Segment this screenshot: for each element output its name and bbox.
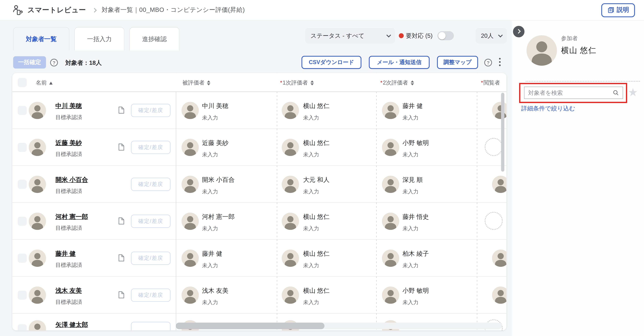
kebab-menu-icon[interactable]: [499, 58, 500, 68]
row-checkbox[interactable]: [18, 291, 27, 300]
evaluator-state: 未入力: [202, 262, 218, 269]
document-icon[interactable]: [118, 217, 124, 227]
evaluator-state: 未入力: [202, 188, 218, 195]
evaluator-name: 中川 美穂: [202, 102, 228, 110]
evaluator-state: 未入力: [402, 262, 418, 269]
toggle-knob: [438, 32, 446, 39]
tab-bulk-input[interactable]: 一括入力: [74, 27, 124, 50]
adjust-map-button[interactable]: 調整マップ: [437, 56, 478, 69]
breadcrumb-page-title: 対象者一覧｜00_MBO・コンピテンシー評価(昇給): [102, 6, 245, 14]
evaluator-name: 河村 憲一郎: [202, 213, 234, 221]
evaluator-avatar: [282, 139, 299, 156]
evaluator-name: 浅木 友美: [202, 287, 228, 295]
tab-progress-check[interactable]: 進捗確認: [130, 27, 180, 50]
confirm-return-button[interactable]: [131, 322, 170, 331]
smart-review-logo-icon: [12, 4, 24, 16]
attention-filter: 要対応 (5): [399, 28, 454, 43]
evaluator-avatar: [282, 213, 299, 230]
horizontal-scrollbar-thumb[interactable]: [176, 323, 324, 329]
evaluator-avatar: [382, 176, 399, 193]
document-icon[interactable]: [118, 106, 124, 116]
viewer-empty-placeholder: [484, 138, 502, 156]
bulk-confirm-button[interactable]: 一括確定: [13, 56, 46, 68]
document-icon[interactable]: [118, 291, 124, 301]
vertical-scrollbar[interactable]: [501, 93, 504, 172]
evaluator-avatar: [382, 139, 399, 156]
chevron-down-icon: [386, 33, 391, 37]
evaluator-state: 未入力: [303, 225, 319, 232]
evaluator-state: 未入力: [402, 188, 418, 195]
document-icon[interactable]: [118, 254, 124, 264]
column-divider: [176, 73, 176, 330]
horizontal-scrollbar-track[interactable]: [176, 323, 502, 329]
row-checkbox[interactable]: [18, 324, 27, 331]
column-header-second-evaluator[interactable]: *2次評価者: [380, 79, 414, 87]
evaluator-name: 小野 敏明: [402, 287, 429, 295]
person-avatar: [29, 213, 46, 230]
row-checkbox[interactable]: [18, 254, 27, 263]
table-row: 近藤 美紗目標承認済確定/差戻近藤 美紗未入力横山 悠仁未入力小野 敏明未入力: [12, 129, 506, 166]
row-checkbox[interactable]: [18, 106, 27, 115]
viewer-empty-placeholder: [484, 212, 502, 230]
evaluator-avatar: [382, 102, 399, 119]
person-name-link[interactable]: 中川 美穂: [56, 102, 82, 110]
tab-target-list[interactable]: 対象者一覧: [13, 27, 70, 50]
person-avatar: [29, 102, 46, 119]
chevron-down-icon: [498, 33, 503, 37]
document-icon[interactable]: [118, 143, 124, 153]
confirm-return-button[interactable]: 確定/差戻: [131, 215, 170, 228]
panel-collapse-button[interactable]: [513, 26, 524, 37]
evaluator-avatar: [182, 139, 199, 156]
person-name-link[interactable]: 開米 小百合: [56, 176, 88, 184]
annotation-red-rectangle: [519, 83, 627, 103]
confirm-return-button[interactable]: 確定/差戻: [131, 141, 170, 154]
evaluator-state: 未入力: [202, 225, 218, 232]
confirm-return-button[interactable]: 確定/差戻: [131, 178, 170, 191]
evaluator-name: 小野 敏明: [402, 139, 429, 147]
alert-dot-icon: [399, 33, 404, 38]
table-row: 浅木 友美目標承認済確定/差戻浅木 友美未入力横山 悠仁未入力小野 敏明未入力: [12, 277, 506, 314]
mail-notify-button[interactable]: メール・通知送信: [369, 56, 430, 69]
person-name-link[interactable]: 矢澤 健太郎: [56, 321, 88, 329]
help-icon[interactable]: ?: [484, 59, 492, 66]
table-header: 名前 被評価者 *1次評価者 *2次評価者 *閲覧者: [12, 73, 506, 92]
person-name-link[interactable]: 藤井 健: [56, 250, 76, 258]
person-avatar: [29, 139, 46, 156]
person-name-link[interactable]: 近藤 美紗: [56, 139, 82, 147]
row-checkbox[interactable]: [18, 143, 27, 152]
confirm-return-button[interactable]: 確定/差戻: [131, 104, 170, 117]
evaluator-avatar: [182, 250, 199, 267]
person-status: 目標承認済: [56, 261, 82, 269]
person-avatar: [29, 320, 46, 331]
column-header-evaluatee[interactable]: 被評価者: [182, 79, 210, 87]
tab-bar: 対象者一覧 一括入力 進捗確認: [13, 27, 180, 50]
evaluator-avatar: [282, 250, 299, 267]
csv-download-button[interactable]: CSVダウンロード: [302, 56, 362, 69]
person-name-link[interactable]: 河村 憲一郎: [56, 213, 88, 221]
person-name-link[interactable]: 浅木 友美: [56, 287, 82, 295]
advanced-filter-link[interactable]: 詳細条件で絞り込む: [521, 105, 575, 112]
person-avatar: [29, 287, 46, 304]
column-header-name[interactable]: 名前: [36, 79, 52, 87]
target-table-card: 名前 被評価者 *1次評価者 *2次評価者 *閲覧者 中川 美穂目標承認済確定/…: [12, 73, 506, 330]
column-header-viewer[interactable]: *閲覧者: [481, 79, 500, 87]
evaluator-name: 横山 悠仁: [303, 250, 330, 258]
person-avatar: [29, 176, 46, 193]
confirm-return-button[interactable]: 確定/差戻: [131, 289, 170, 302]
select-all-checkbox[interactable]: [18, 78, 27, 87]
row-checkbox[interactable]: [18, 217, 27, 226]
status-filter-dropdown[interactable]: ステータス - すべて: [305, 28, 395, 43]
confirm-return-button[interactable]: 確定/差戻: [131, 252, 170, 265]
evaluator-avatar: [382, 213, 399, 230]
column-divider: [376, 73, 376, 330]
favorite-star-icon[interactable]: ★: [628, 86, 638, 98]
help-icon[interactable]: ?: [50, 59, 58, 66]
evaluator-avatar: [182, 287, 199, 304]
column-header-first-evaluator[interactable]: *1次評価者: [280, 79, 314, 87]
evaluator-state: 未入力: [202, 299, 218, 306]
explain-button[interactable]: 説明: [601, 3, 635, 17]
attention-toggle[interactable]: [438, 31, 454, 40]
page-size-dropdown[interactable]: 20人: [476, 28, 507, 43]
row-checkbox[interactable]: [18, 180, 27, 189]
table-row: 中川 美穂目標承認済確定/差戻中川 美穂未入力横山 悠仁未入力藤井 健未入力: [12, 92, 506, 129]
